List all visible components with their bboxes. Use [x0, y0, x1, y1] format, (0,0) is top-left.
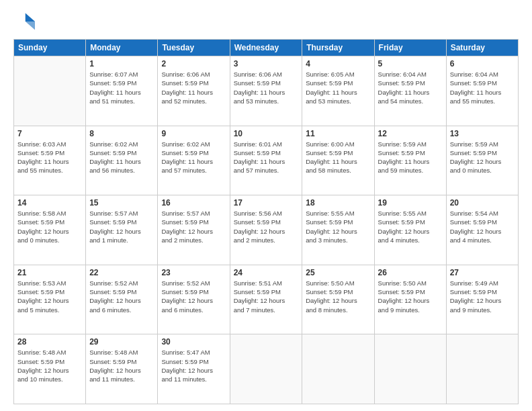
day-number: 24 — [234, 268, 299, 277]
calendar-cell: 21Sunrise: 5:53 AM Sunset: 5:59 PM Dayli… — [14, 265, 86, 334]
day-number: 17 — [234, 198, 299, 208]
day-info: Sunrise: 6:06 AM Sunset: 5:59 PM Dayligh… — [234, 70, 299, 105]
day-number: 6 — [450, 59, 515, 68]
day-info: Sunrise: 6:00 AM Sunset: 5:59 PM Dayligh… — [306, 140, 370, 175]
weekday-header: Wednesday — [230, 40, 302, 56]
day-info: Sunrise: 5:50 AM Sunset: 5:59 PM Dayligh… — [306, 279, 370, 314]
day-info: Sunrise: 6:01 AM Sunset: 5:59 PM Dayligh… — [234, 140, 299, 175]
calendar-cell: 17Sunrise: 5:56 AM Sunset: 5:59 PM Dayli… — [230, 195, 302, 265]
calendar-cell: 2Sunrise: 6:06 AM Sunset: 5:59 PM Daylig… — [158, 56, 230, 126]
calendar-cell: 24Sunrise: 5:51 AM Sunset: 5:59 PM Dayli… — [230, 265, 302, 334]
day-number: 16 — [161, 198, 226, 208]
day-info: Sunrise: 5:53 AM Sunset: 5:59 PM Dayligh… — [17, 279, 82, 314]
day-info: Sunrise: 6:03 AM Sunset: 5:59 PM Dayligh… — [17, 140, 82, 175]
calendar-cell: 7Sunrise: 6:03 AM Sunset: 5:59 PM Daylig… — [14, 126, 86, 195]
logo — [13, 11, 38, 32]
day-info: Sunrise: 5:48 AM Sunset: 5:59 PM Dayligh… — [89, 348, 154, 383]
calendar-cell — [302, 334, 374, 404]
day-info: Sunrise: 6:04 AM Sunset: 5:59 PM Dayligh… — [378, 70, 443, 105]
day-number: 15 — [89, 198, 154, 208]
day-info: Sunrise: 6:04 AM Sunset: 5:59 PM Dayligh… — [450, 70, 515, 105]
calendar-cell: 8Sunrise: 6:02 AM Sunset: 5:59 PM Daylig… — [86, 126, 158, 195]
calendar-cell: 1Sunrise: 6:07 AM Sunset: 5:59 PM Daylig… — [86, 56, 158, 126]
day-info: Sunrise: 6:07 AM Sunset: 5:59 PM Dayligh… — [89, 70, 154, 105]
calendar-cell: 28Sunrise: 5:48 AM Sunset: 5:59 PM Dayli… — [14, 334, 86, 404]
calendar-cell: 29Sunrise: 5:48 AM Sunset: 5:59 PM Dayli… — [86, 334, 158, 404]
day-info: Sunrise: 6:02 AM Sunset: 5:59 PM Dayligh… — [161, 140, 226, 175]
weekday-header: Monday — [86, 40, 158, 56]
day-info: Sunrise: 5:51 AM Sunset: 5:59 PM Dayligh… — [234, 279, 299, 314]
day-info: Sunrise: 5:55 AM Sunset: 5:59 PM Dayligh… — [306, 209, 370, 244]
calendar-cell: 15Sunrise: 5:57 AM Sunset: 5:59 PM Dayli… — [86, 195, 158, 265]
day-number: 2 — [161, 59, 226, 68]
calendar-cell: 30Sunrise: 5:47 AM Sunset: 5:59 PM Dayli… — [158, 334, 230, 404]
weekday-header: Friday — [374, 40, 446, 56]
day-number: 22 — [89, 268, 154, 277]
day-number: 5 — [378, 59, 443, 68]
calendar-cell: 27Sunrise: 5:49 AM Sunset: 5:59 PM Dayli… — [446, 265, 518, 334]
calendar-cell: 25Sunrise: 5:50 AM Sunset: 5:59 PM Dayli… — [302, 265, 374, 334]
logo-icon — [13, 11, 35, 32]
calendar-cell: 5Sunrise: 6:04 AM Sunset: 5:59 PM Daylig… — [374, 56, 446, 126]
day-info: Sunrise: 6:06 AM Sunset: 5:59 PM Dayligh… — [161, 70, 226, 105]
calendar-cell: 3Sunrise: 6:06 AM Sunset: 5:59 PM Daylig… — [230, 56, 302, 126]
weekday-header: Tuesday — [158, 40, 230, 56]
day-info: Sunrise: 5:57 AM Sunset: 5:59 PM Dayligh… — [89, 209, 154, 244]
day-number: 25 — [306, 268, 370, 277]
calendar-cell: 9Sunrise: 6:02 AM Sunset: 5:59 PM Daylig… — [158, 126, 230, 195]
calendar-cell: 14Sunrise: 5:58 AM Sunset: 5:59 PM Dayli… — [14, 195, 86, 265]
day-number: 28 — [17, 337, 82, 347]
day-info: Sunrise: 5:54 AM Sunset: 5:59 PM Dayligh… — [450, 209, 515, 244]
calendar-table: SundayMondayTuesdayWednesdayThursdayFrid… — [13, 39, 519, 404]
calendar-cell: 26Sunrise: 5:50 AM Sunset: 5:59 PM Dayli… — [374, 265, 446, 334]
day-number: 11 — [306, 129, 370, 138]
calendar-cell: 20Sunrise: 5:54 AM Sunset: 5:59 PM Dayli… — [446, 195, 518, 265]
day-info: Sunrise: 5:59 AM Sunset: 5:59 PM Dayligh… — [450, 140, 515, 175]
day-number: 9 — [161, 129, 226, 138]
calendar-cell: 4Sunrise: 6:05 AM Sunset: 5:59 PM Daylig… — [302, 56, 374, 126]
day-number: 4 — [306, 59, 370, 68]
calendar-cell: 12Sunrise: 5:59 AM Sunset: 5:59 PM Dayli… — [374, 126, 446, 195]
calendar-cell — [230, 334, 302, 404]
day-info: Sunrise: 5:48 AM Sunset: 5:59 PM Dayligh… — [17, 348, 82, 383]
calendar-cell: 6Sunrise: 6:04 AM Sunset: 5:59 PM Daylig… — [446, 56, 518, 126]
day-number: 23 — [161, 268, 226, 277]
day-info: Sunrise: 5:47 AM Sunset: 5:59 PM Dayligh… — [161, 348, 226, 383]
day-number: 30 — [161, 337, 226, 347]
weekday-header: Saturday — [446, 40, 518, 56]
day-number: 1 — [89, 59, 154, 68]
calendar-cell: 16Sunrise: 5:57 AM Sunset: 5:59 PM Dayli… — [158, 195, 230, 265]
weekday-header: Sunday — [14, 40, 86, 56]
calendar-cell: 22Sunrise: 5:52 AM Sunset: 5:59 PM Dayli… — [86, 265, 158, 334]
day-info: Sunrise: 5:59 AM Sunset: 5:59 PM Dayligh… — [378, 140, 443, 175]
day-number: 7 — [17, 129, 82, 138]
day-info: Sunrise: 5:56 AM Sunset: 5:59 PM Dayligh… — [234, 209, 299, 244]
day-number: 18 — [306, 198, 370, 208]
day-info: Sunrise: 6:05 AM Sunset: 5:59 PM Dayligh… — [306, 70, 370, 105]
day-info: Sunrise: 5:49 AM Sunset: 5:59 PM Dayligh… — [450, 279, 515, 314]
day-number: 26 — [378, 268, 443, 277]
weekday-header: Thursday — [302, 40, 374, 56]
calendar-cell: 10Sunrise: 6:01 AM Sunset: 5:59 PM Dayli… — [230, 126, 302, 195]
calendar-cell: 13Sunrise: 5:59 AM Sunset: 5:59 PM Dayli… — [446, 126, 518, 195]
day-info: Sunrise: 5:55 AM Sunset: 5:59 PM Dayligh… — [378, 209, 443, 244]
day-info: Sunrise: 5:52 AM Sunset: 5:59 PM Dayligh… — [161, 279, 226, 314]
calendar-cell — [446, 334, 518, 404]
day-info: Sunrise: 5:58 AM Sunset: 5:59 PM Dayligh… — [17, 209, 82, 244]
day-info: Sunrise: 5:50 AM Sunset: 5:59 PM Dayligh… — [378, 279, 443, 314]
day-number: 21 — [17, 268, 82, 277]
calendar-cell: 11Sunrise: 6:00 AM Sunset: 5:59 PM Dayli… — [302, 126, 374, 195]
day-number: 19 — [378, 198, 443, 208]
calendar-cell: 23Sunrise: 5:52 AM Sunset: 5:59 PM Dayli… — [158, 265, 230, 334]
day-number: 27 — [450, 268, 515, 277]
day-number: 3 — [234, 59, 299, 68]
calendar-cell — [14, 56, 86, 126]
day-number: 29 — [89, 337, 154, 347]
day-number: 8 — [89, 129, 154, 138]
day-number: 13 — [450, 129, 515, 138]
calendar-cell: 19Sunrise: 5:55 AM Sunset: 5:59 PM Dayli… — [374, 195, 446, 265]
day-number: 12 — [378, 129, 443, 138]
day-info: Sunrise: 5:57 AM Sunset: 5:59 PM Dayligh… — [161, 209, 226, 244]
day-info: Sunrise: 5:52 AM Sunset: 5:59 PM Dayligh… — [89, 279, 154, 314]
day-info: Sunrise: 6:02 AM Sunset: 5:59 PM Dayligh… — [89, 140, 154, 175]
